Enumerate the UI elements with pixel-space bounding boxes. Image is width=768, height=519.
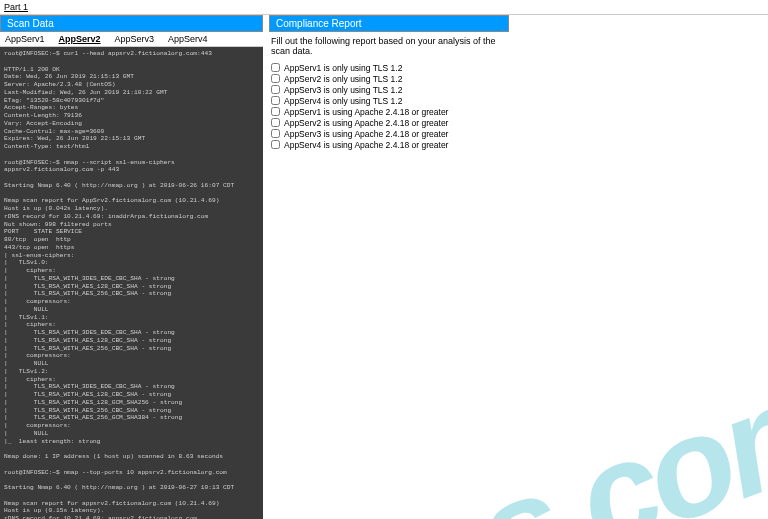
check-item: AppServ1 is only using TLS 1.2 [269,62,509,73]
check-label: AppServ1 is only using TLS 1.2 [284,63,402,73]
scan-data-header: Scan Data [0,15,263,32]
check-label: AppServ1 is using Apache 2.4.18 or great… [284,107,448,117]
tab-appserv2[interactable]: AppServ2 [56,33,104,45]
check-item: AppServ3 is using Apache 2.4.18 or great… [269,128,509,139]
check-box-3[interactable] [271,96,280,105]
main-container: Scan Data AppServ1AppServ2AppServ3AppSer… [0,15,768,519]
check-label: AppServ4 is using Apache 2.4.18 or great… [284,140,448,150]
tab-appserv1[interactable]: AppServ1 [2,33,48,45]
check-item: AppServ1 is using Apache 2.4.18 or great… [269,106,509,117]
check-label: AppServ2 is only using TLS 1.2 [284,74,402,84]
check-item: AppServ3 is only using TLS 1.2 [269,84,509,95]
right-panel: Compliance Report Fill out the following… [269,15,509,519]
check-box-0[interactable] [271,63,280,72]
tab-appserv4[interactable]: AppServ4 [165,33,211,45]
check-label: AppServ4 is only using TLS 1.2 [284,96,402,106]
left-panel: Scan Data AppServ1AppServ2AppServ3AppSer… [0,15,263,519]
compliance-header: Compliance Report [269,15,509,32]
check-item: AppServ4 is only using TLS 1.2 [269,95,509,106]
check-item: AppServ4 is using Apache 2.4.18 or great… [269,139,509,150]
check-box-4[interactable] [271,107,280,116]
compliance-checklist: AppServ1 is only using TLS 1.2AppServ2 i… [269,60,509,152]
part-label: Part 1 [0,0,768,15]
check-label: AppServ2 is using Apache 2.4.18 or great… [284,118,448,128]
check-box-1[interactable] [271,74,280,83]
check-label: AppServ3 is using Apache 2.4.18 or great… [284,129,448,139]
tab-appserv3[interactable]: AppServ3 [112,33,158,45]
server-tabs: AppServ1AppServ2AppServ3AppServ4 [0,32,263,47]
check-label: AppServ3 is only using TLS 1.2 [284,85,402,95]
terminal-output: root@INFOSEC:~$ curl --head appsrv2.fict… [0,47,263,519]
check-box-5[interactable] [271,118,280,127]
check-item: AppServ2 is using Apache 2.4.18 or great… [269,117,509,128]
check-box-6[interactable] [271,129,280,138]
check-box-2[interactable] [271,85,280,94]
check-box-7[interactable] [271,140,280,149]
compliance-note: Fill out the following report based on y… [269,32,509,60]
check-item: AppServ2 is only using TLS 1.2 [269,73,509,84]
